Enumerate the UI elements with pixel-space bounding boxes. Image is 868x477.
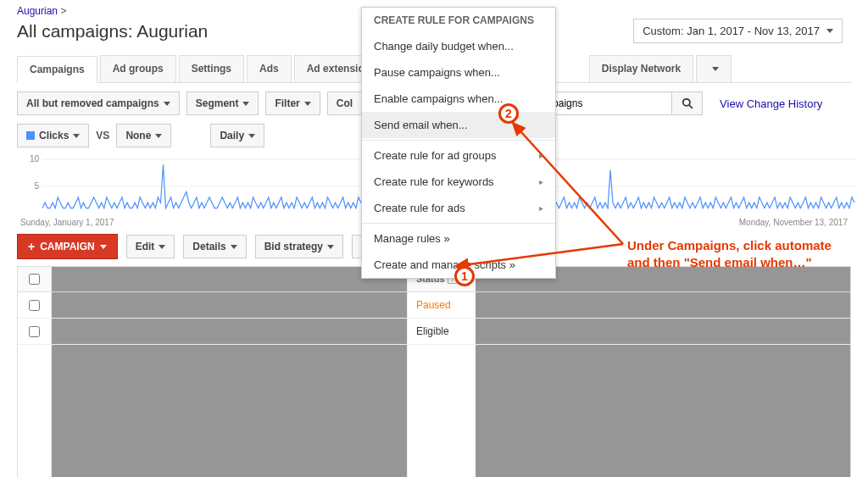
svg-point-0 xyxy=(682,99,689,106)
segment-label: Segment xyxy=(196,97,239,109)
menu-create-keywords[interactable]: Create rule for keywords▸ xyxy=(362,169,555,195)
columns-label: Col xyxy=(337,97,353,109)
plus-icon: + xyxy=(28,241,35,252)
search-input[interactable] xyxy=(545,92,672,115)
campaigns-table: Status? Paused Eligible xyxy=(17,266,851,477)
edit-button[interactable]: Edit xyxy=(126,235,175,258)
filter-campaigns-status-label: All but removed campaigns xyxy=(26,97,159,109)
menu-pause-campaigns[interactable]: Pause campaigns when... xyxy=(362,59,555,86)
submenu-arrow-icon: ▸ xyxy=(539,203,543,213)
color-swatch-blue xyxy=(26,131,35,140)
menu-change-budget[interactable]: Change daily budget when... xyxy=(362,33,555,59)
annotation-text: Under Campaigns, click automate and then… xyxy=(627,237,856,270)
tab-more[interactable] xyxy=(696,55,732,82)
search-group xyxy=(545,92,703,115)
menu-separator xyxy=(362,223,555,224)
annotation-step-1: 1 xyxy=(454,266,475,286)
automate-dropdown: CREATE RULE FOR CAMPAIGNS Change daily b… xyxy=(361,7,556,279)
segment-button[interactable]: Segment xyxy=(186,92,259,115)
chevron-down-icon xyxy=(327,245,334,249)
metric-none[interactable]: None xyxy=(116,124,171,147)
annotation-step-2: 2 xyxy=(498,103,519,124)
metric-clicks[interactable]: Clicks xyxy=(17,124,89,147)
details-label: Details xyxy=(192,241,225,252)
chart-date-start: Sunday, January 1, 2017 xyxy=(20,218,114,227)
menu-enable-campaigns[interactable]: Enable campaigns when... xyxy=(362,86,555,112)
add-campaign-button[interactable]: + CAMPAIGN xyxy=(17,234,118,259)
tab-display-network[interactable]: Display Network xyxy=(589,55,693,82)
row-checkbox[interactable] xyxy=(29,326,40,337)
table-row: Paused xyxy=(18,292,850,319)
edit-label: Edit xyxy=(136,241,155,252)
search-icon xyxy=(682,97,693,109)
filter-label: Filter xyxy=(275,97,299,109)
menu-manage-rules[interactable]: Manage rules » xyxy=(362,225,555,252)
table-row: Eligible xyxy=(18,319,850,345)
svg-text:5: 5 xyxy=(34,181,39,191)
row-checkbox[interactable] xyxy=(29,300,40,311)
status-eligible: Eligible xyxy=(416,325,449,337)
chart-date-end: Monday, November 13, 2017 xyxy=(739,218,848,227)
submenu-arrow-icon: ▸ xyxy=(539,177,543,186)
search-button[interactable] xyxy=(672,92,703,115)
menu-create-ads[interactable]: Create rule for ads▸ xyxy=(362,195,555,221)
view-change-history-link[interactable]: View Change History xyxy=(720,97,822,110)
chevron-down-icon xyxy=(826,29,833,33)
table-row xyxy=(18,345,850,477)
granularity-label: Daily xyxy=(220,130,244,141)
granularity-daily[interactable]: Daily xyxy=(210,124,264,147)
filter-button[interactable]: Filter xyxy=(265,92,320,115)
metric-clicks-label: Clicks xyxy=(39,130,69,141)
tab-settings[interactable]: Settings xyxy=(179,55,244,82)
date-range-label: Custom: Jan 1, 2017 - Nov 13, 2017 xyxy=(643,25,820,37)
header-campaign-cell xyxy=(52,267,408,291)
breadcrumb-root-link[interactable]: Augurian xyxy=(17,5,58,17)
status-paused: Paused xyxy=(416,299,451,311)
bid-strategy-button[interactable]: Bid strategy xyxy=(255,235,343,258)
breadcrumb-separator: > xyxy=(60,5,66,17)
tab-ad-groups[interactable]: Ad groups xyxy=(100,55,176,82)
chevron-down-icon xyxy=(242,102,249,106)
chevron-down-icon xyxy=(100,245,107,249)
filter-campaigns-status[interactable]: All but removed campaigns xyxy=(17,92,180,115)
chevron-down-icon xyxy=(712,67,719,71)
chevron-down-icon xyxy=(231,245,237,249)
add-campaign-label: CAMPAIGN xyxy=(40,241,94,252)
tab-campaigns[interactable]: Campaigns xyxy=(17,56,97,83)
menu-send-email[interactable]: Send email when... xyxy=(362,112,555,138)
chevron-down-icon xyxy=(73,134,80,138)
chevron-down-icon xyxy=(248,134,255,138)
columns-button[interactable]: Col xyxy=(327,92,362,115)
tab-ads[interactable]: Ads xyxy=(247,55,292,82)
date-range-picker[interactable]: Custom: Jan 1, 2017 - Nov 13, 2017 xyxy=(633,19,843,43)
menu-create-ad-groups[interactable]: Create rule for ad groups▸ xyxy=(362,142,555,169)
chevron-down-icon xyxy=(164,102,170,106)
menu-separator xyxy=(362,140,555,141)
chevron-down-icon xyxy=(159,245,165,249)
select-all-checkbox[interactable] xyxy=(29,274,40,285)
vs-label: VS xyxy=(96,130,109,141)
details-button[interactable]: Details xyxy=(183,235,246,258)
chevron-down-icon xyxy=(304,102,311,106)
automate-menu-header: CREATE RULE FOR CAMPAIGNS xyxy=(362,8,555,33)
page-title: All campaigns: Augurian xyxy=(17,21,208,42)
bid-strategy-label: Bid strategy xyxy=(264,241,323,252)
submenu-arrow-icon: ▸ xyxy=(539,151,543,160)
metric-none-label: None xyxy=(125,130,151,141)
svg-text:10: 10 xyxy=(30,154,40,164)
header-checkbox-cell xyxy=(18,267,52,291)
chevron-down-icon xyxy=(155,134,162,138)
svg-line-1 xyxy=(688,105,692,108)
